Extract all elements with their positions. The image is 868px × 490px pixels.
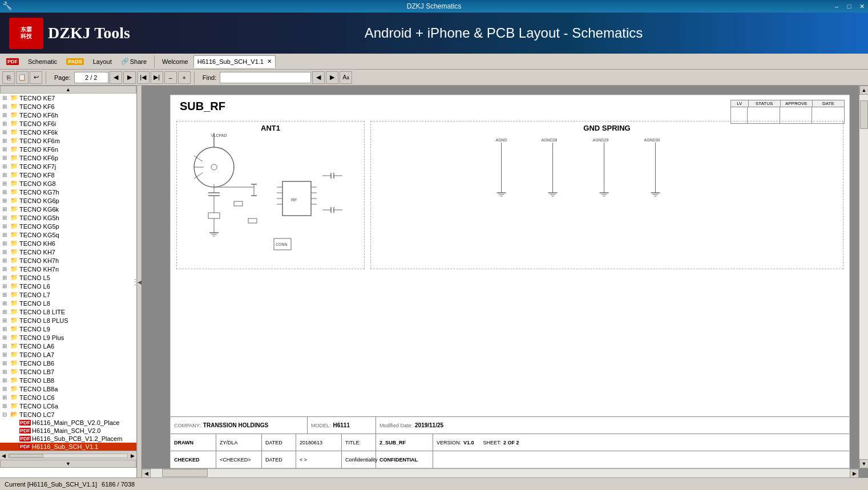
tree-expand-33[interactable]: ⊞: [2, 377, 10, 383]
tree-expand-27[interactable]: ⊞: [2, 326, 10, 332]
sidebar-item-7[interactable]: ⊞📁TECNO KF6p: [0, 153, 136, 162]
layout-tab[interactable]: Layout: [89, 55, 116, 68]
sidebar-item-0[interactable]: ⊞📁TECNO KE7: [0, 94, 136, 102]
sidebar-item-3[interactable]: ⊞📁TECNO KF6i: [0, 119, 136, 128]
tree-expand-1[interactable]: ⊞: [2, 103, 10, 110]
share-button[interactable]: 🔗 Share: [117, 55, 151, 68]
sidebar-item-10[interactable]: ⊞📁TECNO KG8: [0, 179, 136, 188]
sidebar-item-31[interactable]: ⊞📁TECNO LB6: [0, 359, 136, 367]
sidebar-item-38[interactable]: PDFH6116_Main_PCB_V2.0_Place: [0, 419, 136, 427]
tree-expand-34[interactable]: ⊞: [2, 386, 10, 392]
horiz-thumb[interactable]: [162, 469, 208, 477]
sidebar-item-23[interactable]: ⊞📁TECNO L7: [0, 290, 136, 299]
sidebar-scroll-up[interactable]: ▲: [0, 86, 136, 94]
schematic-file-tab[interactable]: H6116_Sub_SCH_V1.1 ✕: [193, 55, 276, 68]
sidebar-item-29[interactable]: ⊞📁TECNO LA6: [0, 342, 136, 350]
tree-expand-4[interactable]: ⊞: [2, 129, 10, 135]
tree-expand-29[interactable]: ⊞: [2, 343, 10, 349]
sidebar-item-30[interactable]: ⊞📁TECNO LA7: [0, 350, 136, 359]
tree-expand-37[interactable]: ⊟: [2, 411, 10, 418]
tree-expand-6[interactable]: ⊞: [2, 146, 10, 152]
sidebar-item-16[interactable]: ⊞📁TECNO KG5q: [0, 230, 136, 239]
find-input[interactable]: [220, 72, 311, 83]
zoom-out-button[interactable]: –: [164, 71, 177, 84]
sidebar-scroll-right[interactable]: ▶: [129, 453, 136, 459]
tree-expand-8[interactable]: ⊞: [2, 163, 10, 169]
sidebar-item-32[interactable]: ⊞📁TECNO LB7: [0, 367, 136, 376]
tree-expand-24[interactable]: ⊞: [2, 300, 10, 306]
sidebar-item-6[interactable]: ⊞📁TECNO KF6n: [0, 145, 136, 153]
sidebar-item-13[interactable]: ⊞📁TECNO KG6k: [0, 205, 136, 213]
sidebar-item-1[interactable]: ⊞📁TECNO KF6: [0, 102, 136, 111]
schematic-tab[interactable]: Schematic: [24, 55, 61, 68]
sidebar-item-14[interactable]: ⊞📁TECNO KG5h: [0, 213, 136, 222]
maximize-button[interactable]: □: [843, 0, 855, 13]
sidebar-item-8[interactable]: ⊞📁TECNO KF7j: [0, 162, 136, 171]
sidebar-horiz-scroll[interactable]: ◀▶: [0, 451, 136, 460]
welcome-tab[interactable]: Welcome: [158, 55, 192, 68]
scroll-down-btn[interactable]: ▼: [859, 459, 868, 468]
minimize-button[interactable]: –: [830, 0, 843, 13]
sidebar-item-4[interactable]: ⊞📁TECNO KF6k: [0, 128, 136, 136]
find-prev-button[interactable]: ◀: [312, 71, 325, 84]
scroll-thumb[interactable]: [860, 100, 868, 129]
last-page-button[interactable]: ▶|: [151, 71, 163, 84]
tree-expand-2[interactable]: ⊞: [2, 112, 10, 118]
tree-expand-21[interactable]: ⊞: [2, 274, 10, 281]
tree-expand-32[interactable]: ⊞: [2, 368, 10, 375]
undo-button[interactable]: ↩: [30, 71, 42, 84]
zoom-in-button[interactable]: +: [178, 71, 191, 84]
tree-expand-20[interactable]: ⊞: [2, 266, 10, 272]
tree-expand-14[interactable]: ⊞: [2, 214, 10, 221]
sidebar-item-17[interactable]: ⊞📁TECNO KH6: [0, 239, 136, 248]
sidebar-item-11[interactable]: ⊞📁TECNO KG7h: [0, 188, 136, 196]
tree-expand-3[interactable]: ⊞: [2, 120, 10, 127]
pads-button[interactable]: PADS: [62, 55, 87, 68]
tree-expand-25[interactable]: ⊞: [2, 309, 10, 315]
font-button[interactable]: Aa: [340, 71, 352, 84]
sidebar-item-28[interactable]: ⊞📁TECNO L9 Plus: [0, 333, 136, 342]
sidebar-item-24[interactable]: ⊞📁TECNO L8: [0, 299, 136, 307]
sidebar-item-36[interactable]: ⊞📁TECNO LC6a: [0, 402, 136, 410]
copy-button[interactable]: ⎘: [2, 71, 15, 84]
sidebar-item-9[interactable]: ⊞📁TECNO KF8: [0, 171, 136, 179]
sidebar-item-15[interactable]: ⊞📁TECNO KG5p: [0, 222, 136, 230]
scroll-track[interactable]: [859, 95, 868, 459]
tree-expand-15[interactable]: ⊞: [2, 223, 10, 229]
tree-expand-0[interactable]: ⊞: [2, 95, 10, 101]
sidebar-item-18[interactable]: ⊞📁TECNO KH7: [0, 248, 136, 256]
sidebar-item-41[interactable]: PDFH6116_Sub_SCH_V1.1: [0, 443, 136, 451]
sidebar-scroll-left[interactable]: ◀: [0, 453, 7, 459]
tree-expand-5[interactable]: ⊞: [2, 137, 10, 144]
sidebar-item-26[interactable]: ⊞📁TECNO L8 PLUS: [0, 316, 136, 325]
tree-expand-28[interactable]: ⊞: [2, 334, 10, 341]
pdf-button[interactable]: PDF: [2, 55, 23, 68]
sidebar-item-35[interactable]: ⊞📁TECNO LC6: [0, 393, 136, 402]
sidebar-scroll-down[interactable]: ▼: [0, 460, 136, 468]
scroll-right-btn[interactable]: ▶: [850, 469, 859, 477]
sidebar-item-40[interactable]: PDFH6116_Sub_PCB_V1.2_Placem: [0, 435, 136, 443]
tree-expand-12[interactable]: ⊞: [2, 197, 10, 204]
tree-expand-19[interactable]: ⊞: [2, 257, 10, 264]
schematic-view[interactable]: SUB_RF LV STATUS APPROVE DATE: [142, 86, 859, 468]
paste-button[interactable]: 📋: [16, 71, 29, 84]
tree-expand-36[interactable]: ⊞: [2, 403, 10, 409]
tree-expand-17[interactable]: ⊞: [2, 240, 10, 246]
sidebar-item-12[interactable]: ⊞📁TECNO KG6p: [0, 196, 136, 205]
tree-expand-11[interactable]: ⊞: [2, 189, 10, 195]
sidebar-item-22[interactable]: ⊞📁TECNO L6: [0, 282, 136, 290]
tree-expand-10[interactable]: ⊞: [2, 180, 10, 187]
sidebar-item-33[interactable]: ⊞📁TECNO LB8: [0, 376, 136, 384]
find-next-button[interactable]: ▶: [326, 71, 338, 84]
sidebar-item-34[interactable]: ⊞📁TECNO LB8a: [0, 384, 136, 393]
sidebar-splitter[interactable]: ⋮ ◀: [137, 86, 142, 477]
first-page-button[interactable]: |◀: [137, 71, 150, 84]
next-page-button[interactable]: ▶: [123, 71, 136, 84]
close-tab-icon[interactable]: ✕: [267, 58, 272, 64]
sidebar-item-27[interactable]: ⊞📁TECNO L9: [0, 325, 136, 333]
tree-expand-23[interactable]: ⊞: [2, 291, 10, 298]
tree-expand-30[interactable]: ⊞: [2, 351, 10, 358]
tree-expand-7[interactable]: ⊞: [2, 155, 10, 161]
tree-expand-22[interactable]: ⊞: [2, 283, 10, 289]
scroll-up-btn[interactable]: ▲: [859, 86, 868, 95]
